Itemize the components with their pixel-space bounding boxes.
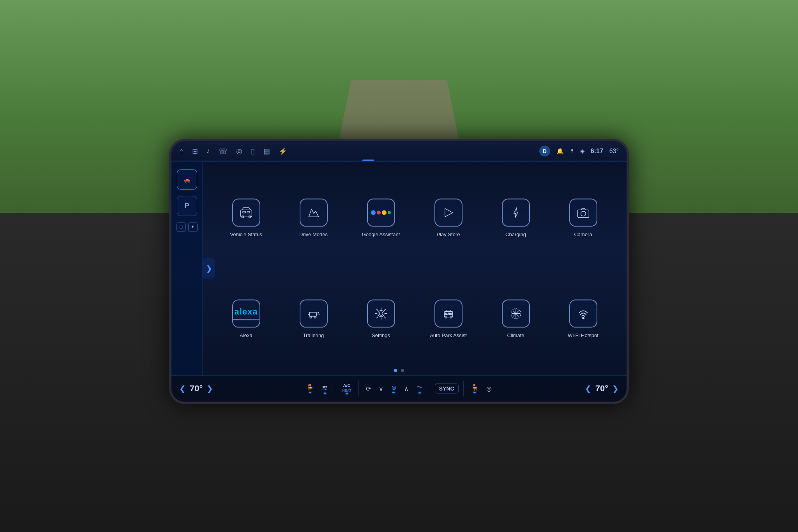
svg-point-15 bbox=[450, 316, 452, 318]
fan-up-btn[interactable]: ∧ bbox=[402, 383, 411, 394]
ac-divider bbox=[335, 381, 335, 396]
notification-icon[interactable]: 🔔 bbox=[556, 147, 564, 154]
left-temp-decrease-btn[interactable]: ❮ bbox=[179, 384, 186, 393]
trailering-icon bbox=[300, 299, 328, 327]
right-temp-increase-btn[interactable]: ❯ bbox=[612, 384, 619, 393]
fan-heat-indicator bbox=[324, 392, 326, 394]
location-nav-icon[interactable]: ◎ bbox=[236, 147, 242, 155]
play-store-app[interactable]: Play Store bbox=[417, 192, 480, 243]
main-content-area: 🚗 P ⊞ ✦ ❯ bbox=[171, 161, 627, 375]
page-dot-1[interactable] bbox=[394, 369, 397, 372]
svg-text:AUTO: AUTO bbox=[444, 312, 452, 316]
sidebar-expand-arrow[interactable]: ❯ bbox=[203, 258, 215, 278]
fan-btn[interactable]: ⊛ bbox=[389, 382, 399, 395]
charging-icon bbox=[502, 198, 530, 226]
nav-icons-group: ⌂ ⊞ ♪ ☏ ◎ ▯ ▤ ⚡ bbox=[179, 147, 287, 155]
page-dot-2[interactable] bbox=[401, 369, 404, 372]
wifi-hotspot-label: Wi-Fi Hotspot bbox=[568, 332, 598, 338]
mobile-nav-icon[interactable]: ▯ bbox=[251, 147, 255, 155]
phone-nav-icon[interactable]: ☏ bbox=[219, 147, 228, 155]
settings-icon bbox=[367, 299, 395, 327]
fan-divider bbox=[358, 381, 359, 396]
auto-park-assist-app[interactable]: AUTO Auto Park Assist bbox=[417, 293, 480, 344]
fan-up-icon: ∧ bbox=[404, 385, 409, 392]
google-assistant-label: Google Assistant bbox=[362, 231, 400, 237]
app-grid: Vehicle Status Drive Modes bbox=[203, 161, 627, 375]
svg-rect-2 bbox=[247, 211, 249, 213]
wifi-hotspot-app[interactable]: Wi-Fi Hotspot bbox=[551, 293, 615, 344]
infotainment-screen: ⌂ ⊞ ♪ ☏ ◎ ▯ ▤ ⚡ D 🔔 ⠿ ◉ 6:17 63° bbox=[169, 139, 629, 404]
charging-app[interactable]: Charging bbox=[484, 192, 547, 243]
clock-display: 6:17 bbox=[591, 147, 603, 154]
right-temp-decrease-btn[interactable]: ❮ bbox=[585, 384, 591, 393]
settings-app[interactable]: Settings bbox=[349, 293, 413, 344]
ac-heat-btn[interactable]: A/C HEAT bbox=[340, 381, 353, 396]
google-assistant-app[interactable]: Google Assistant bbox=[349, 192, 413, 243]
profile-button[interactable]: D bbox=[539, 145, 550, 156]
defrost-icon: 〜 bbox=[417, 384, 423, 392]
fan-down-btn[interactable]: ∨ bbox=[376, 383, 386, 394]
vehicle-status-app[interactable]: Vehicle Status bbox=[214, 192, 278, 243]
top-nav-bar: ⌂ ⊞ ♪ ☏ ◎ ▯ ▤ ⚡ D 🔔 ⠿ ◉ 6:17 63° bbox=[171, 141, 627, 161]
doc-nav-icon[interactable]: ▤ bbox=[263, 147, 270, 155]
steering-heat-btn[interactable]: ◎ bbox=[484, 383, 494, 394]
car-off-icon: 🚗 bbox=[184, 176, 190, 182]
ga-dot-green bbox=[388, 211, 391, 214]
fan-heat-btn[interactable]: ≋ bbox=[320, 382, 330, 395]
svg-rect-1 bbox=[243, 211, 245, 213]
trailering-app[interactable]: Trailering bbox=[282, 293, 345, 344]
svg-point-4 bbox=[249, 216, 251, 217]
right-divider bbox=[583, 381, 583, 396]
arrow-right-icon: ❯ bbox=[206, 263, 212, 273]
home-nav-icon[interactable]: ⌂ bbox=[179, 147, 184, 155]
svg-point-10 bbox=[314, 316, 316, 318]
sidebar-mini-btn-1[interactable]: ⊞ bbox=[177, 222, 186, 232]
defrost-indicator bbox=[418, 392, 421, 394]
seat-heat-right-btn[interactable]: 🪑 bbox=[468, 382, 481, 395]
music-nav-icon[interactable]: ♪ bbox=[207, 147, 210, 155]
climate-control-bar: ❮ 70° ❯ 🪑 ≋ A/C bbox=[171, 375, 627, 401]
defrost-btn[interactable]: 〜 bbox=[414, 382, 425, 395]
steering-heat-icon: ◎ bbox=[486, 385, 492, 392]
charging-label: Charging bbox=[505, 231, 526, 237]
drive-modes-app[interactable]: Drive Modes bbox=[282, 192, 345, 243]
seat-heat-left-btn[interactable]: 🪑 bbox=[304, 382, 316, 395]
svg-point-11 bbox=[379, 312, 383, 315]
alexa-label: Alexa bbox=[240, 332, 252, 338]
grid-nav-icon[interactable]: ⊞ bbox=[192, 147, 198, 155]
page-indicator-dots bbox=[394, 369, 404, 372]
temperature-display: 63° bbox=[609, 147, 619, 154]
ga-dot-yellow bbox=[382, 210, 387, 215]
left-temp-increase-btn[interactable]: ❯ bbox=[207, 384, 213, 393]
circulation-btn[interactable]: ⟳ bbox=[364, 383, 373, 394]
climate-app[interactable]: Climate bbox=[484, 293, 547, 344]
google-assistant-icon bbox=[367, 198, 395, 226]
fan-icon: ⊛ bbox=[391, 384, 396, 391]
left-temp-section: ❮ 70° ❯ bbox=[179, 384, 213, 394]
play-store-icon bbox=[434, 198, 463, 226]
sidebar-grid-btns: ⊞ ✦ bbox=[177, 222, 198, 232]
sync-button[interactable]: SYNC bbox=[435, 384, 459, 394]
alexa-underline bbox=[233, 319, 260, 320]
left-divider bbox=[215, 381, 215, 396]
alexa-icon: alexa bbox=[232, 299, 260, 327]
sync-divider bbox=[430, 381, 430, 396]
camera-app[interactable]: Camera bbox=[551, 192, 615, 243]
climate-icon bbox=[502, 299, 530, 327]
sidebar-parking-btn[interactable]: P bbox=[177, 196, 197, 216]
screen-bezel: ⌂ ⊞ ♪ ☏ ◎ ▯ ▤ ⚡ D 🔔 ⠿ ◉ 6:17 63° bbox=[169, 139, 629, 404]
lightning-nav-icon[interactable]: ⚡ bbox=[279, 147, 287, 155]
svg-point-7 bbox=[581, 211, 586, 216]
ga-dot-red bbox=[377, 210, 381, 214]
mini-icon-2: ✦ bbox=[191, 224, 194, 230]
svg-rect-8 bbox=[309, 312, 316, 316]
ga-dots-group bbox=[371, 210, 391, 215]
auto-park-assist-label: Auto Park Assist bbox=[430, 332, 467, 338]
sidebar-car-off-btn[interactable]: 🚗 bbox=[177, 169, 197, 189]
play-store-label: Play Store bbox=[437, 231, 460, 237]
mini-icon-1: ⊞ bbox=[179, 224, 183, 230]
settings-label: Settings bbox=[372, 332, 390, 338]
alexa-app[interactable]: alexa Alexa bbox=[214, 293, 278, 344]
ac-icon: A/C bbox=[343, 383, 351, 387]
sidebar-mini-btn-2[interactable]: ✦ bbox=[188, 222, 198, 232]
